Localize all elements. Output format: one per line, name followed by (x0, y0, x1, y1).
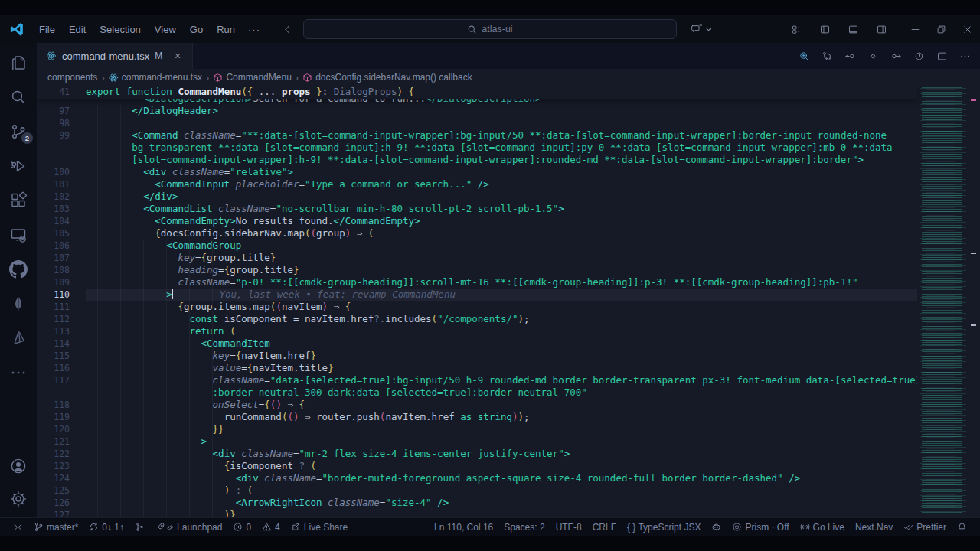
remote-explorer-icon[interactable] (9, 226, 28, 244)
status-copilot-status[interactable] (706, 518, 727, 536)
line-number[interactable] (37, 142, 86, 154)
search-sidebar-icon[interactable] (9, 88, 28, 106)
line-number[interactable]: 122 (37, 448, 86, 460)
code-line[interactable]: 115 key={navItem.href} (37, 350, 917, 362)
menu-view[interactable]: View (148, 21, 183, 38)
line-number[interactable]: 99 (37, 129, 86, 142)
line-number[interactable]: 115 (37, 350, 86, 362)
line-number[interactable]: 98 (37, 117, 86, 129)
code-line[interactable]: 127 )} (37, 509, 917, 517)
line-number[interactable]: 118 (37, 399, 86, 411)
menu-go[interactable]: Go (183, 21, 210, 38)
code-line[interactable]: 123 {isComponent ? ( (37, 460, 917, 472)
code-line[interactable]: 104 <CommandEmpty>No results found.</Com… (37, 215, 917, 227)
code-line[interactable]: 121 > (37, 435, 917, 448)
line-number[interactable]: 102 (37, 191, 86, 203)
menu-file[interactable]: File (32, 21, 62, 38)
minimap[interactable] (919, 87, 968, 514)
code-line[interactable]: 103 <CommandList className="no-scrollbar… (37, 203, 917, 215)
line-number[interactable] (37, 99, 86, 105)
code-line[interactable]: 125 ) : ( (37, 484, 917, 497)
line-number[interactable]: 103 (37, 203, 86, 215)
source-control-icon[interactable]: 2 (9, 122, 28, 141)
code-line[interactable]: 118 onSelect={() ⇒ { (37, 399, 917, 411)
breadcrumb-1[interactable]: components (47, 72, 97, 83)
copilot-chat-button[interactable] (686, 19, 717, 39)
status-encoding[interactable]: UTF-8 (550, 518, 587, 536)
line-number[interactable]: 116 (37, 362, 86, 374)
line-number[interactable]: 119 (37, 411, 86, 423)
code-line[interactable]: 97 </DialogHeader> (37, 105, 917, 117)
code-line[interactable]: 124 <div className="border-muted-foregro… (37, 472, 917, 484)
line-number[interactable] (37, 154, 86, 166)
code-line[interactable]: 100 <div className="relative"> (37, 166, 917, 178)
status-indentation[interactable]: Spaces: 2 (498, 518, 550, 536)
code-line[interactable]: 98 (37, 117, 917, 129)
status-git-graph[interactable] (129, 518, 150, 536)
code-line[interactable]: 117 className="data-[selected=true]:bg-i… (37, 374, 917, 386)
status-language-mode[interactable]: { } TypeScript JSX (622, 518, 707, 536)
status-live-share[interactable]: Live Share (286, 518, 353, 536)
sticky-scroll-line[interactable]: 41export function CommandMenu({ ... prop… (37, 86, 917, 99)
code-editor[interactable]: <DialogDescription>Search for a command … (37, 86, 980, 517)
status-next-nav[interactable]: Next.Nav (850, 518, 898, 536)
close-window-button[interactable] (954, 18, 980, 41)
line-number[interactable]: 100 (37, 166, 86, 178)
code-line[interactable]: 109 className="p-0! **:[[cmdk-group-head… (37, 276, 917, 289)
code-line[interactable]: 122 <div className="mr-2 flex size-4 ite… (37, 448, 917, 460)
mongodb-icon[interactable] (9, 295, 28, 313)
line-number[interactable]: 106 (37, 240, 86, 252)
line-number[interactable] (37, 386, 86, 399)
back-button[interactable] (277, 20, 297, 38)
code-line[interactable]: 102 </div> (37, 191, 917, 203)
line-number[interactable]: 107 (37, 252, 86, 264)
line-number[interactable]: 108 (37, 264, 86, 276)
code-line[interactable]: 111 {group.items.map((navItem) ⇒ { (37, 301, 917, 313)
more-actions-button[interactable] (956, 47, 974, 65)
breadcrumb-4[interactable]: docsConfig.sidebarNav.map() callback (302, 72, 472, 83)
code-line[interactable]: 105 {docsConfig.sidebarNav.map((group) ⇒… (37, 227, 917, 240)
restore-button[interactable] (928, 18, 954, 41)
account-icon[interactable] (9, 457, 28, 475)
status-go-live[interactable]: Go Live (795, 518, 850, 536)
next-change-button[interactable] (887, 47, 905, 65)
tab-command-menu[interactable]: command-menu.tsx M × (37, 43, 193, 69)
status-prism[interactable]: Prism · Off (727, 518, 794, 536)
status-git-sync[interactable]: 0↓ 1↑ (83, 518, 129, 536)
line-number[interactable]: 123 (37, 460, 86, 472)
open-preview-button[interactable] (795, 47, 813, 65)
code-line[interactable]: 41export function CommandMenu({ ... prop… (37, 86, 917, 98)
compare-changes-button[interactable] (818, 47, 836, 65)
code-line[interactable]: bg-transparent **:data-[slot=command-inp… (37, 142, 917, 154)
more-views-icon[interactable] (9, 364, 28, 382)
status-notifications[interactable] (952, 518, 972, 536)
status-remote-indicator[interactable] (8, 518, 28, 536)
line-number[interactable]: 109 (37, 276, 86, 289)
customize-layout-button[interactable] (786, 20, 806, 38)
split-editor-button[interactable] (933, 47, 951, 65)
line-number[interactable]: 127 (37, 509, 86, 517)
status-launchpad[interactable]: Launchpad (150, 518, 227, 536)
status-errors[interactable]: 0 (227, 518, 256, 536)
settings-gear-icon[interactable] (9, 490, 28, 508)
code-line[interactable]: 101 <CommandInput placeholder="Type a co… (37, 178, 917, 191)
code-line[interactable]: 108 heading={group.title} (37, 264, 917, 276)
code-line[interactable]: 99 <Command className="**:data-[slot=com… (37, 129, 917, 142)
line-number[interactable]: 104 (37, 215, 86, 227)
github-icon[interactable] (9, 260, 28, 279)
toggle-sidebar-button[interactable] (815, 20, 835, 38)
prisma-icon[interactable] (9, 329, 28, 347)
explorer-icon[interactable] (9, 54, 28, 72)
extensions-icon[interactable] (9, 191, 28, 210)
line-number[interactable]: 113 (37, 325, 86, 337)
previous-change-button[interactable] (841, 47, 859, 65)
menu-selection[interactable]: Selection (93, 21, 147, 38)
status-eol[interactable]: CRLF (587, 518, 622, 536)
status-git-branch[interactable]: master* (28, 518, 83, 536)
line-number[interactable]: 124 (37, 472, 86, 484)
breadcrumb-3[interactable]: CommandMenu (213, 72, 291, 83)
code-line[interactable]: :border-neutral-300 dark:data-[selected=… (37, 386, 917, 399)
code-line[interactable]: 107 key={group.title} (37, 252, 917, 264)
command-center-search[interactable]: atlas-ui (303, 19, 677, 39)
overview-ruler[interactable] (968, 86, 980, 517)
